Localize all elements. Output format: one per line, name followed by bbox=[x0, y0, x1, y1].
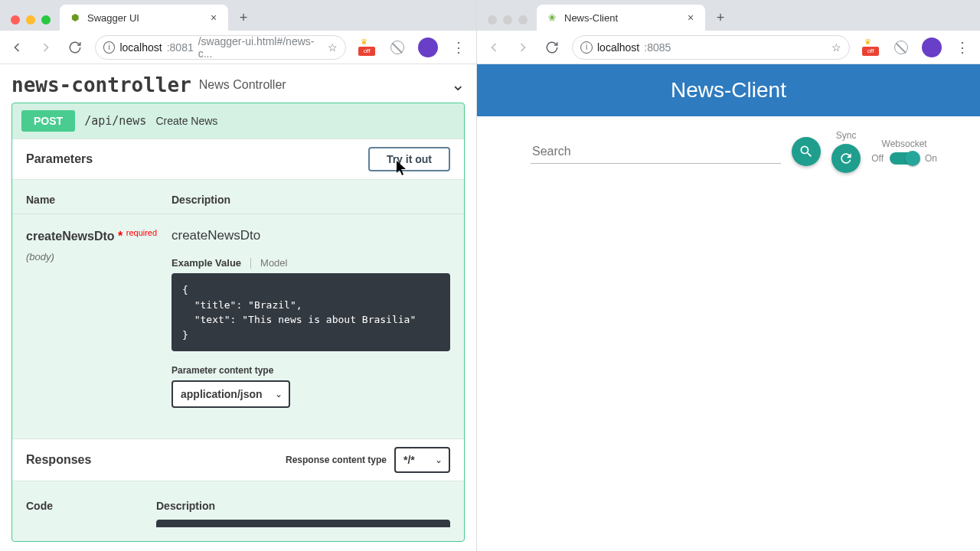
websocket-label: Websocket bbox=[882, 139, 927, 149]
websocket-toggle[interactable] bbox=[890, 152, 919, 165]
response-content-type-select[interactable]: */* bbox=[394, 447, 450, 473]
reload-button[interactable] bbox=[66, 38, 84, 57]
spring-favicon-icon: ❀ bbox=[546, 11, 558, 24]
url-host: localhost bbox=[119, 41, 162, 54]
controller-name: news-controller bbox=[11, 73, 191, 96]
toolbar: Sync Websocket Off On bbox=[477, 116, 980, 173]
operation-header[interactable]: POST /api/news Create News bbox=[12, 103, 464, 139]
tab-example-value[interactable]: Example Value bbox=[172, 257, 241, 269]
minimize-window-button[interactable] bbox=[503, 15, 512, 24]
responses-bar: Responses Response content type */* ⌄ bbox=[12, 439, 464, 481]
model-tabs: Example Value Model bbox=[172, 257, 450, 269]
noscript-icon[interactable] bbox=[891, 37, 911, 57]
url-bar: i localhost:8085 ☆ ♛off ⋮ bbox=[477, 31, 980, 64]
response-example-preview bbox=[156, 520, 450, 527]
url-port: :8081 bbox=[167, 41, 194, 54]
noscript-icon[interactable] bbox=[387, 37, 407, 57]
tab-title: Swagger UI bbox=[87, 12, 202, 24]
tab-strip: ❀ News-Client × + bbox=[477, 0, 980, 31]
new-tab-button[interactable]: + bbox=[710, 7, 731, 28]
site-info-icon[interactable]: i bbox=[103, 41, 115, 54]
right-window: ❀ News-Client × + i localhost:8085 ☆ ♛of… bbox=[477, 0, 980, 551]
chevron-down-icon[interactable]: ⌄ bbox=[451, 75, 465, 95]
app-header: News-Client bbox=[477, 64, 980, 116]
controller-header[interactable]: news-controller News Controller ⌄ bbox=[11, 64, 465, 103]
param-content-type-select-wrap: application/json ⌄ bbox=[172, 380, 290, 408]
sync-label: Sync bbox=[836, 130, 857, 141]
close-window-button[interactable] bbox=[488, 15, 497, 24]
bookmark-star-icon[interactable]: ☆ bbox=[328, 41, 338, 54]
profile-avatar[interactable] bbox=[418, 37, 438, 57]
required-star: * bbox=[118, 230, 122, 243]
ext-badge-label: off bbox=[358, 47, 375, 56]
controller-description: News Controller bbox=[199, 78, 286, 92]
param-name-cell: createNewsDto * required (body) bbox=[26, 228, 172, 408]
ext-badge-label: off bbox=[862, 47, 879, 56]
response-content-type-select-wrap: */* ⌄ bbox=[394, 447, 450, 473]
responses-heading: Responses bbox=[26, 453, 91, 467]
refresh-icon bbox=[838, 151, 854, 166]
zoom-window-button[interactable] bbox=[518, 15, 528, 24]
browser-menu-button[interactable]: ⋮ bbox=[449, 37, 469, 57]
code-column-header: Code bbox=[26, 500, 156, 512]
parameter-row: createNewsDto * required (body) createNe… bbox=[12, 214, 464, 439]
crown-icon: ♛ bbox=[864, 37, 871, 46]
desc-column-header: Description bbox=[156, 500, 450, 512]
operation-summary: Create News bbox=[155, 115, 217, 127]
tab-model[interactable]: Model bbox=[260, 257, 287, 269]
on-label: On bbox=[925, 153, 937, 164]
site-info-icon[interactable]: i bbox=[580, 41, 593, 54]
param-content-type-label: Parameter content type bbox=[172, 365, 450, 376]
param-name: createNewsDto bbox=[26, 230, 115, 243]
forward-button[interactable] bbox=[514, 38, 532, 57]
param-content-type-select[interactable]: application/json bbox=[172, 380, 290, 408]
minimize-window-button[interactable] bbox=[26, 15, 35, 24]
extension-icon[interactable]: ♛off bbox=[357, 37, 377, 57]
close-tab-icon[interactable]: × bbox=[685, 12, 696, 23]
bookmark-star-icon[interactable]: ☆ bbox=[831, 41, 841, 54]
browser-tab[interactable]: ❀ News-Client × bbox=[537, 5, 705, 31]
back-button[interactable] bbox=[485, 38, 503, 57]
url-bar: i localhost:8081/swagger-ui.html#/news-c… bbox=[0, 31, 476, 64]
close-window-button[interactable] bbox=[11, 15, 20, 24]
url-path: /swagger-ui.html#/news-c... bbox=[198, 35, 323, 60]
http-method-badge: POST bbox=[21, 110, 75, 132]
parameters-bar: Parameters Try it out bbox=[12, 139, 464, 180]
forward-button[interactable] bbox=[37, 38, 55, 57]
param-table-header: Name Description bbox=[12, 180, 464, 214]
tab-title: News-Client bbox=[564, 12, 679, 24]
sync-block: Sync bbox=[831, 130, 861, 173]
col-desc-header: Description bbox=[172, 194, 450, 206]
operation-path: /api/news bbox=[84, 114, 146, 128]
search-input[interactable] bbox=[531, 140, 781, 164]
zoom-window-button[interactable] bbox=[41, 15, 51, 24]
sync-button[interactable] bbox=[831, 144, 861, 173]
address-bar[interactable]: i localhost:8081/swagger-ui.html#/news-c… bbox=[95, 35, 346, 60]
crown-icon: ♛ bbox=[361, 37, 368, 46]
back-button[interactable] bbox=[8, 38, 26, 57]
swagger-content: news-controller News Controller ⌄ POST /… bbox=[0, 64, 476, 551]
close-tab-icon[interactable]: × bbox=[208, 12, 219, 23]
traffic-lights bbox=[483, 15, 532, 31]
profile-avatar[interactable] bbox=[922, 37, 942, 57]
search-icon bbox=[799, 144, 814, 159]
try-it-out-button[interactable]: Try it out bbox=[368, 147, 450, 171]
param-in: (body) bbox=[26, 251, 172, 262]
browser-tab[interactable]: ⬢ Swagger UI × bbox=[60, 5, 228, 31]
swagger-favicon-icon: ⬢ bbox=[69, 11, 81, 24]
search-button[interactable] bbox=[792, 137, 821, 166]
extension-icon[interactable]: ♛off bbox=[861, 37, 880, 57]
example-value-body[interactable]: { "title": "Brazil", "text": "This news … bbox=[172, 273, 450, 351]
reload-button[interactable] bbox=[543, 38, 561, 57]
traffic-lights bbox=[6, 15, 55, 31]
address-bar[interactable]: i localhost:8085 ☆ bbox=[572, 35, 850, 60]
parameters-heading: Parameters bbox=[26, 152, 93, 166]
tab-strip: ⬢ Swagger UI × + bbox=[0, 0, 476, 31]
param-description: createNewsDto bbox=[172, 228, 450, 243]
off-label: Off bbox=[871, 153, 884, 164]
operation-block: POST /api/news Create News Parameters Tr… bbox=[11, 103, 465, 542]
websocket-block: Websocket Off On bbox=[871, 139, 937, 165]
param-desc-cell: createNewsDto Example Value Model { "tit… bbox=[172, 228, 450, 408]
browser-menu-button[interactable]: ⋮ bbox=[952, 37, 972, 57]
new-tab-button[interactable]: + bbox=[233, 7, 254, 28]
